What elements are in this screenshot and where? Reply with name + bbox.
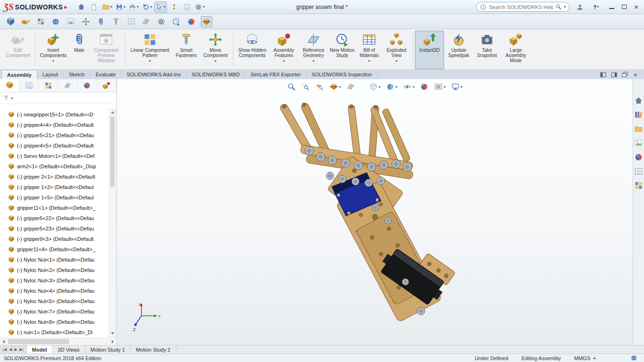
tab-model[interactable]: Model bbox=[27, 346, 53, 354]
file-explorer-icon[interactable] bbox=[634, 124, 643, 133]
smart-fasteners-button[interactable]: Smart Fasteners bbox=[173, 31, 200, 69]
move-component-button[interactable]: Move Component ▾ bbox=[200, 31, 231, 69]
tree-item[interactable]: (-) gripper4<5> (Default<<Default bbox=[0, 140, 109, 151]
tab-solidworks-mbd[interactable]: SOLIDWORKS MBD bbox=[186, 70, 245, 79]
close-button[interactable]: × bbox=[634, 3, 638, 10]
filter-funnel-icon[interactable] bbox=[3, 95, 9, 101]
tree-item[interactable]: (-) Nyloc Nut<5> (Default<<Defau bbox=[0, 296, 109, 306]
mate-clip-icon[interactable] bbox=[95, 16, 107, 27]
stoplight-icon[interactable] bbox=[168, 1, 180, 13]
open-button[interactable]: ▾ bbox=[101, 1, 113, 13]
reference-geometry-button[interactable]: Reference Geometry ▾ bbox=[298, 31, 329, 69]
undo-button[interactable]: ▾ bbox=[141, 1, 153, 13]
prev-tab-button[interactable]: ◀ bbox=[9, 347, 12, 352]
tree-item[interactable]: (-) newgripper15<1> (Default<<D bbox=[0, 109, 109, 120]
close-document-icon[interactable]: × bbox=[632, 71, 639, 78]
pane-right-icon[interactable] bbox=[610, 71, 618, 78]
new-document-button[interactable] bbox=[88, 1, 99, 13]
tab-assembly[interactable]: Assembly bbox=[1, 70, 37, 79]
tree-item[interactable]: (-) gripper 1<5> (Default<<Defaul bbox=[0, 192, 109, 203]
globe-status-icon[interactable] bbox=[630, 354, 637, 362]
dimxpert-manager-tab[interactable] bbox=[58, 79, 78, 92]
scroll-up-button[interactable] bbox=[109, 109, 116, 115]
tree-item[interactable]: (-) Nyloc Nut<8> (Default<<Defau bbox=[0, 317, 109, 327]
home-button[interactable] bbox=[75, 1, 87, 13]
gripper-assembly-model[interactable] bbox=[117, 79, 633, 345]
minimize-button[interactable] bbox=[609, 4, 614, 10]
tree-item[interactable]: (-) Nyloc Nut<4> (Default<<Defau bbox=[0, 286, 109, 296]
user-account-button[interactable] bbox=[574, 1, 586, 13]
tree-item[interactable]: (-) Nyloc Nut<7> (Default<<Defau bbox=[0, 306, 109, 317]
graphics-viewport[interactable]: ▾ ▾ ▾ ▾ ▾ ▾ bbox=[117, 79, 633, 345]
scroll-right-button[interactable] bbox=[109, 338, 116, 345]
edit-part-icon[interactable] bbox=[20, 16, 31, 27]
tab-solidworks-inspection[interactable]: SOLIDWORKS Inspection bbox=[306, 70, 378, 79]
fastener-screw-icon[interactable] bbox=[110, 16, 122, 27]
move-component-icon[interactable] bbox=[80, 16, 91, 27]
motion-clock-icon[interactable] bbox=[171, 16, 182, 27]
next-tab-button[interactable]: ▶ bbox=[14, 347, 17, 352]
new-motion-study-button[interactable]: New Motion Study bbox=[329, 31, 356, 69]
tab-3d-views[interactable]: 3D Views bbox=[53, 346, 85, 354]
instant3d-button[interactable]: Instant3D bbox=[415, 31, 444, 69]
appearances-icon[interactable] bbox=[634, 153, 643, 162]
addins-manager-tab[interactable] bbox=[97, 79, 116, 92]
exploded-view-button[interactable]: Exploded View ▾ bbox=[382, 31, 411, 69]
pane-left-icon[interactable] bbox=[599, 71, 607, 78]
appearance-ball-icon[interactable] bbox=[186, 16, 197, 27]
select-tool-button[interactable]: ▾ bbox=[154, 1, 167, 13]
bill-of-materials-button[interactable]: Bill of Materials ▾ bbox=[356, 31, 382, 69]
hidden-component-icon[interactable] bbox=[65, 16, 76, 27]
update-speedpak-button[interactable]: Update Speedpak bbox=[444, 31, 473, 69]
save-button[interactable]: ▾ bbox=[115, 1, 126, 13]
tab-simlab-fbx-exporter[interactable]: SimLab FBX Exporter bbox=[245, 70, 306, 79]
tab-evaluate[interactable]: Evaluate bbox=[91, 70, 122, 79]
large-assembly-mode-button[interactable]: Large Assembly Mode bbox=[501, 31, 531, 69]
reference-plane-icon[interactable] bbox=[140, 16, 152, 27]
assembly-features-button[interactable]: Assembly Features ▾ bbox=[269, 31, 298, 69]
view-cube-icon[interactable] bbox=[5, 16, 16, 27]
document-manager-icon[interactable] bbox=[634, 181, 643, 190]
tree-item[interactable]: (-) gripper 2<1> (Default<<Default bbox=[0, 172, 109, 182]
properties-list-icon[interactable] bbox=[125, 16, 137, 27]
property-manager-tab[interactable] bbox=[19, 79, 39, 92]
menu-expand-icon[interactable]: ▶ bbox=[64, 5, 67, 9]
design-library-icon[interactable] bbox=[634, 110, 643, 119]
take-snapshot-button[interactable]: Take Snapshot bbox=[473, 31, 501, 69]
scrollbar-thumb[interactable] bbox=[8, 339, 69, 344]
last-tab-button[interactable]: ▶| bbox=[20, 347, 24, 352]
tab-motion-study-2[interactable]: Motion Study 2 bbox=[131, 346, 176, 354]
tree-item[interactable]: (-) Servo Motor<1> (Default<<Def bbox=[0, 151, 109, 161]
insert-components-button[interactable]: Insert Components ▾ bbox=[37, 31, 69, 69]
properties-button[interactable] bbox=[181, 1, 192, 13]
tree-item[interactable]: (-) gripper5<23> (Default<<Defau bbox=[0, 223, 109, 234]
tree-item[interactable]: (-) nut<1> (Default<<Default>_Di bbox=[0, 327, 109, 337]
tree-item[interactable]: (-) Nyloc Nut<3> (Default<<Defau bbox=[0, 275, 109, 286]
tab-sketch[interactable]: Sketch bbox=[64, 70, 91, 79]
tab-layout[interactable]: Layout bbox=[37, 70, 64, 79]
custom-properties-icon[interactable] bbox=[634, 167, 643, 176]
tree-item[interactable]: gripper11<4> (Default<<Default>_ bbox=[0, 244, 109, 255]
solidworks-resources-icon[interactable] bbox=[634, 96, 643, 105]
search-icon[interactable] bbox=[555, 4, 561, 10]
linear-component-pattern-button[interactable]: Linear Component Pattern ▾ bbox=[127, 31, 173, 69]
mate-button[interactable]: Mate bbox=[69, 31, 89, 69]
view-palette-icon[interactable] bbox=[634, 139, 643, 148]
first-tab-button[interactable]: |◀ bbox=[3, 347, 7, 352]
options-gear-icon[interactable] bbox=[156, 16, 167, 27]
tab-solidworks-addins[interactable]: SOLIDWORKS Add-Ins bbox=[121, 70, 186, 79]
scroll-left-button[interactable] bbox=[0, 338, 7, 345]
tree-item[interactable]: (-) gripper 1<2> (Default<<Defaul bbox=[0, 182, 109, 192]
tree-item[interactable]: (-) gripper5<21> (Default<<Defau bbox=[0, 130, 109, 140]
tab-motion-study-1[interactable]: Motion Study 1 bbox=[85, 346, 131, 354]
tree-filter-input[interactable] bbox=[14, 94, 114, 102]
tree-item[interactable]: arm2<1> (Default<<Default>_Disp bbox=[0, 161, 109, 172]
chevron-down-icon[interactable]: ▾ bbox=[11, 96, 13, 100]
display-manager-tab[interactable] bbox=[78, 79, 97, 92]
world-globe-icon[interactable] bbox=[50, 16, 61, 27]
help-menu-button[interactable]: ?▾ bbox=[590, 1, 602, 13]
tree-item[interactable]: (-) Nyloc Nut<1> (Default<<Defau bbox=[0, 255, 109, 265]
section-view-icon[interactable] bbox=[201, 16, 212, 27]
search-input[interactable] bbox=[489, 4, 553, 10]
tree-horizontal-scrollbar[interactable] bbox=[0, 337, 116, 345]
